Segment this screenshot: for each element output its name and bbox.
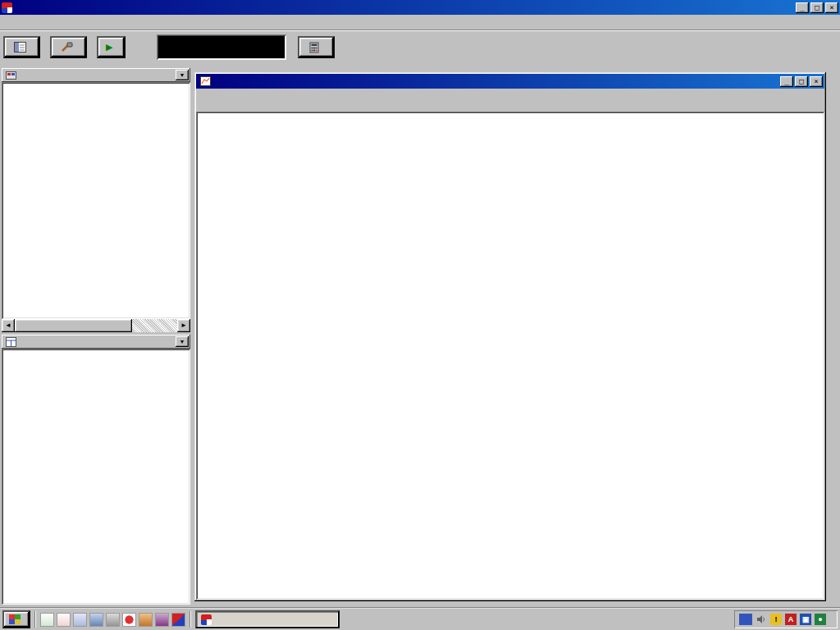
experiment-timer [157, 34, 286, 60]
menu-bar [0, 15, 840, 30]
data-panel-header: ▼ [2, 68, 190, 82]
summary-button[interactable] [3, 36, 40, 58]
window-titlebar: _ □ × [0, 0, 840, 15]
quicklaunch-icon[interactable] [139, 613, 153, 627]
displays-panel-header: ▼ [2, 335, 190, 349]
quicklaunch-icon[interactable] [171, 613, 185, 627]
calculate-button[interactable] [298, 36, 335, 58]
volume-icon[interactable] [756, 614, 767, 625]
restore-button[interactable]: □ [810, 2, 824, 13]
graph-window-titlebar: _ □ × [196, 74, 824, 89]
taskbar-separator [189, 611, 191, 628]
scroll-left-button[interactable]: ◄ [2, 319, 15, 332]
quicklaunch-icon[interactable] [122, 613, 136, 627]
scroll-right-button[interactable]: ► [177, 319, 190, 332]
displays-tree [2, 349, 190, 605]
language-indicator[interactable] [739, 614, 752, 625]
quicklaunch-icon[interactable] [73, 613, 87, 627]
setup-icon [59, 42, 74, 52]
graph-window: _ □ × [194, 72, 826, 601]
setup-button[interactable] [50, 36, 87, 58]
app-icon [201, 614, 212, 625]
graph-restore-button[interactable]: □ [795, 76, 808, 87]
graph-toolbar [196, 89, 824, 110]
summary-icon [12, 42, 27, 52]
displays-header-icon [3, 337, 18, 347]
play-icon: ▶ [106, 42, 112, 52]
app-icon [2, 2, 12, 13]
data-panel-menu-button[interactable]: ▼ [176, 70, 189, 80]
displays-panel-menu-button[interactable]: ▼ [176, 336, 189, 347]
data-horizontal-scrollbar[interactable]: ◄ ► [2, 319, 190, 332]
datastudio-window: _ □ × ▶ [0, 0, 840, 630]
main-toolbar: ▶ [0, 31, 840, 63]
taskbar: ! A ▣ ● [0, 608, 840, 630]
system-tray: ! A ▣ ● [734, 610, 838, 628]
network-status-icon[interactable]: ● [815, 614, 826, 625]
graph-close-button[interactable]: × [810, 76, 823, 87]
quicklaunch-icon[interactable] [106, 613, 120, 627]
display-settings-icon[interactable]: ▣ [800, 614, 811, 625]
summary-panel: ▼ ◄ ► ▼ [0, 63, 194, 608]
quicklaunch-icon[interactable] [155, 613, 169, 627]
windows-logo-icon [9, 614, 21, 624]
scrollbar-track[interactable] [15, 319, 177, 332]
antivirus-tray-icon[interactable]: A [785, 614, 797, 625]
plot-area[interactable] [196, 112, 824, 600]
calculator-icon [307, 42, 322, 53]
quicklaunch-icon[interactable] [57, 613, 71, 627]
task-button-datastudio[interactable] [195, 610, 340, 628]
data-header-icon [3, 71, 18, 80]
graph-window-icon [198, 76, 212, 86]
start-button[interactable]: ▶ [97, 36, 126, 58]
minimize-button[interactable]: _ [796, 2, 809, 13]
graph-minimize-button[interactable]: _ [780, 76, 793, 87]
close-button[interactable]: × [825, 2, 838, 13]
taskbar-separator [34, 611, 36, 628]
scrollbar-thumb[interactable] [15, 319, 132, 332]
chart-svg [198, 113, 823, 600]
scheduler-tray-icon[interactable]: ! [770, 614, 782, 625]
quicklaunch-icon[interactable] [40, 613, 54, 627]
quicklaunch-icon[interactable] [89, 613, 103, 627]
start-menu-button[interactable] [2, 610, 30, 628]
data-tree [2, 82, 190, 319]
workspace: ▼ ◄ ► ▼ _ □ × [0, 63, 840, 608]
